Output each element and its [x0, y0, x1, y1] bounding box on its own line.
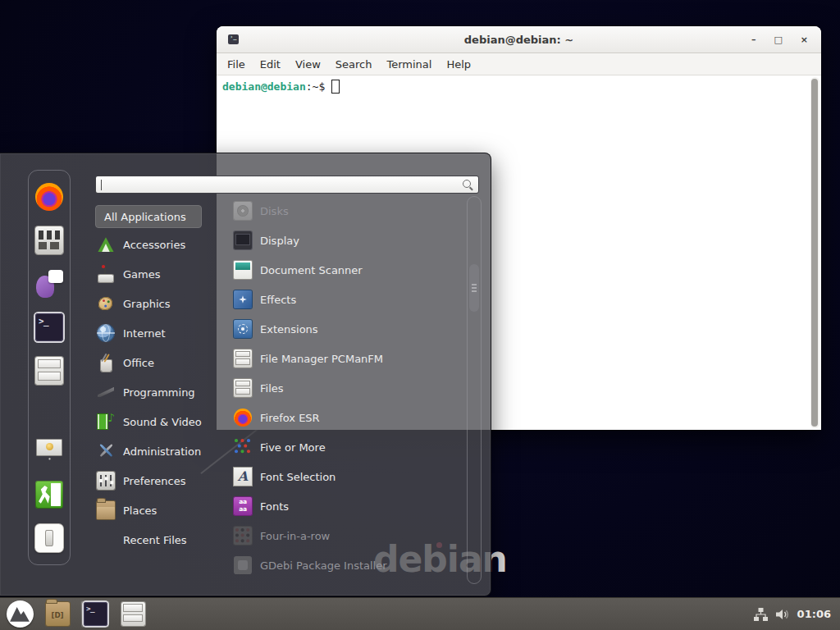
category-label: Administration — [123, 445, 201, 458]
accessories-icon — [97, 235, 115, 253]
terminal-scrollbar[interactable] — [810, 77, 819, 428]
category-sound-video[interactable]: Sound & Video — [95, 407, 228, 436]
session-shutdown[interactable] — [34, 523, 64, 553]
category-label: Places — [123, 504, 157, 517]
category-graphics[interactable]: Graphics — [95, 289, 228, 318]
terminal-title: debian@debian: ~ — [217, 34, 821, 46]
fonts-icon — [234, 497, 252, 515]
category-programming[interactable]: Programming — [95, 377, 228, 407]
app-gdebi-package-installer[interactable]: GDebi Package Installer — [232, 550, 467, 580]
preferences-icon — [97, 472, 115, 490]
terminal-icon — [84, 602, 107, 626]
app-label: GDebi Package Installer — [260, 559, 387, 572]
category-internet[interactable]: Internet — [95, 318, 228, 348]
terminal-menu-file[interactable]: File — [220, 58, 253, 71]
app-label: File Manager PCManFM — [260, 353, 383, 365]
controlcenter-icon — [35, 226, 63, 254]
favorites-panel — [28, 170, 71, 565]
terminal-menu-search[interactable]: Search — [328, 58, 380, 71]
app-label: Four-in-a-row — [260, 530, 330, 542]
terminal-window-icon — [228, 34, 239, 44]
category-label: Preferences — [123, 475, 185, 487]
display-icon — [234, 231, 252, 249]
terminal-cursor — [331, 80, 340, 94]
category-list: AccessoriesGamesGraphicsInternetOfficePr… — [95, 230, 228, 555]
app-font-selection[interactable]: Font Selection — [232, 462, 467, 491]
search-box[interactable] — [95, 176, 479, 194]
volume-icon[interactable] — [775, 608, 790, 621]
close-button[interactable]: × — [801, 35, 808, 44]
category-administration[interactable]: Administration — [95, 436, 228, 466]
fiveormore-icon — [234, 438, 252, 456]
favorite-control-center[interactable] — [34, 226, 64, 255]
filecabinet-icon — [234, 349, 252, 368]
network-icon[interactable] — [754, 608, 768, 621]
terminal-menu-terminal[interactable]: Terminal — [379, 58, 439, 71]
category-label: Sound & Video — [123, 416, 202, 428]
taskbar-file-manager-desktop[interactable] — [43, 600, 72, 628]
taskbar-files[interactable] — [118, 600, 148, 628]
terminal-menu-help[interactable]: Help — [439, 58, 478, 71]
folderd-icon — [46, 602, 70, 626]
app-label: Fonts — [260, 500, 289, 513]
app-effects[interactable]: Effects — [232, 285, 467, 314]
app-label: Firefox ESR — [260, 412, 320, 424]
terminal-scrollbar-thumb[interactable] — [811, 79, 818, 427]
clock[interactable]: 01:06 — [797, 608, 831, 620]
system-tray: 01:06 — [754, 608, 835, 621]
administration-icon — [97, 442, 115, 460]
app-file-manager-pcmanfm[interactable]: File Manager PCManFM — [232, 344, 467, 373]
app-list-scrollbar[interactable] — [467, 196, 482, 584]
favorite-file-manager[interactable] — [34, 356, 64, 386]
session-lock-screen[interactable] — [34, 436, 64, 466]
prompt-suffix: :~$ — [306, 80, 325, 93]
start-icon — [7, 600, 34, 628]
search-icon — [463, 180, 473, 190]
category-all-applications[interactable]: All Applications — [95, 205, 202, 228]
app-list-scrollbar-thumb[interactable] — [469, 264, 479, 312]
app-display[interactable]: Display — [232, 226, 467, 255]
search-input[interactable] — [98, 177, 463, 192]
app-four-in-a-row[interactable]: Four-in-a-row — [232, 521, 467, 550]
category-label: Accessories — [123, 239, 185, 251]
app-firefox-esr[interactable]: Firefox ESR — [232, 403, 467, 432]
desktop: debian debian@debian: ~ –□× FileEditView… — [0, 0, 840, 630]
favorite-terminal[interactable] — [34, 313, 64, 342]
taskbar: 01:06 — [0, 597, 840, 630]
taskbar-menu[interactable] — [5, 600, 34, 628]
app-document-scanner[interactable]: Document Scanner — [232, 255, 467, 285]
app-fonts[interactable]: Fonts — [232, 491, 467, 521]
minimize-button[interactable]: – — [751, 35, 756, 44]
category-recent-files[interactable]: Recent Files — [95, 525, 228, 555]
logout-icon — [35, 481, 63, 509]
app-label: Disks — [260, 205, 289, 217]
terminal-titlebar[interactable]: debian@debian: ~ –□× — [217, 26, 821, 53]
app-extensions[interactable]: Extensions — [232, 314, 467, 344]
app-five-or-more[interactable]: Five or More — [232, 432, 467, 462]
terminal-menu-edit[interactable]: Edit — [253, 58, 288, 71]
session-log-out[interactable] — [34, 480, 64, 509]
category-accessories[interactable]: Accessories — [95, 230, 228, 259]
extensions-icon — [234, 320, 252, 338]
category-preferences[interactable]: Preferences — [95, 466, 228, 495]
favorite-firefox[interactable] — [34, 182, 64, 212]
programming-icon — [97, 383, 115, 401]
app-label: Extensions — [260, 323, 318, 336]
app-disks[interactable]: Disks — [232, 196, 467, 226]
fourinarow-icon — [234, 527, 252, 545]
category-games[interactable]: Games — [95, 259, 228, 289]
gdebi-icon — [234, 556, 252, 574]
category-places[interactable]: Places — [95, 495, 228, 525]
search-caret — [101, 180, 102, 190]
category-label: Programming — [123, 386, 195, 399]
places-icon — [97, 501, 115, 519]
category-office[interactable]: Office — [95, 348, 228, 377]
favorite-pidgin[interactable] — [34, 269, 64, 299]
maximize-button[interactable]: □ — [774, 35, 782, 44]
taskbar-terminal[interactable] — [80, 600, 110, 628]
terminal-prompt: debian@debian:~$ — [222, 80, 340, 94]
app-files[interactable]: Files — [232, 373, 467, 403]
terminal-menu-view[interactable]: View — [288, 58, 328, 71]
filecabinet-icon — [234, 379, 252, 397]
prompt-user: debian@debian — [222, 80, 306, 93]
